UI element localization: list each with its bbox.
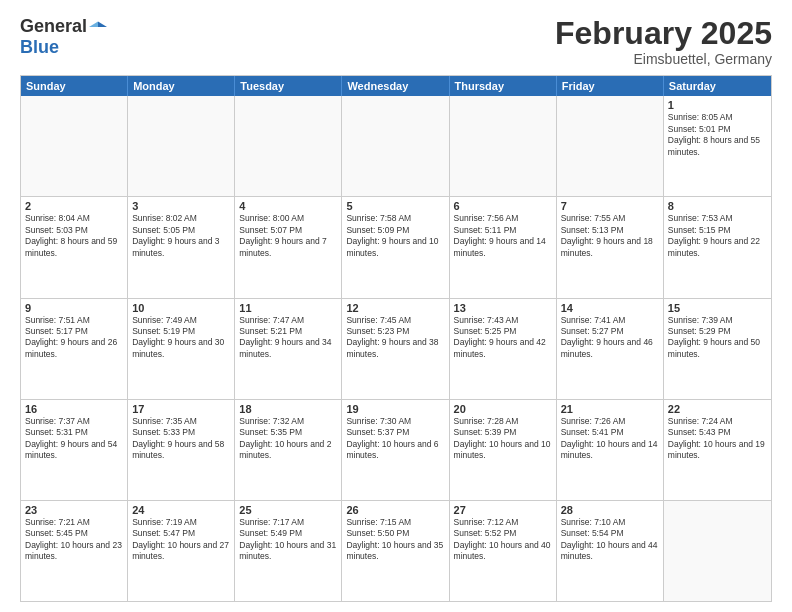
calendar-cell-w1-d7: 1Sunrise: 8:05 AM Sunset: 5:01 PM Daylig… bbox=[664, 96, 771, 196]
header-wednesday: Wednesday bbox=[342, 76, 449, 96]
calendar-body: 1Sunrise: 8:05 AM Sunset: 5:01 PM Daylig… bbox=[21, 96, 771, 601]
day-info-11: Sunrise: 7:47 AM Sunset: 5:21 PM Dayligh… bbox=[239, 315, 337, 361]
logo-blue-text: Blue bbox=[20, 37, 59, 58]
header-monday: Monday bbox=[128, 76, 235, 96]
calendar-week-3: 9Sunrise: 7:51 AM Sunset: 5:17 PM Daylig… bbox=[21, 299, 771, 400]
calendar-cell-w5-d1: 23Sunrise: 7:21 AM Sunset: 5:45 PM Dayli… bbox=[21, 501, 128, 601]
calendar-cell-w1-d4 bbox=[342, 96, 449, 196]
day-info-22: Sunrise: 7:24 AM Sunset: 5:43 PM Dayligh… bbox=[668, 416, 767, 462]
calendar-cell-w2-d5: 6Sunrise: 7:56 AM Sunset: 5:11 PM Daylig… bbox=[450, 197, 557, 297]
calendar-cell-w3-d1: 9Sunrise: 7:51 AM Sunset: 5:17 PM Daylig… bbox=[21, 299, 128, 399]
day-info-9: Sunrise: 7:51 AM Sunset: 5:17 PM Dayligh… bbox=[25, 315, 123, 361]
day-info-24: Sunrise: 7:19 AM Sunset: 5:47 PM Dayligh… bbox=[132, 517, 230, 563]
day-info-20: Sunrise: 7:28 AM Sunset: 5:39 PM Dayligh… bbox=[454, 416, 552, 462]
day-number-17: 17 bbox=[132, 403, 230, 415]
day-number-23: 23 bbox=[25, 504, 123, 516]
day-info-28: Sunrise: 7:10 AM Sunset: 5:54 PM Dayligh… bbox=[561, 517, 659, 563]
day-info-15: Sunrise: 7:39 AM Sunset: 5:29 PM Dayligh… bbox=[668, 315, 767, 361]
calendar-cell-w5-d4: 26Sunrise: 7:15 AM Sunset: 5:50 PM Dayli… bbox=[342, 501, 449, 601]
day-number-6: 6 bbox=[454, 200, 552, 212]
day-info-2: Sunrise: 8:04 AM Sunset: 5:03 PM Dayligh… bbox=[25, 213, 123, 259]
day-number-3: 3 bbox=[132, 200, 230, 212]
day-info-6: Sunrise: 7:56 AM Sunset: 5:11 PM Dayligh… bbox=[454, 213, 552, 259]
calendar-cell-w3-d6: 14Sunrise: 7:41 AM Sunset: 5:27 PM Dayli… bbox=[557, 299, 664, 399]
calendar-cell-w1-d6 bbox=[557, 96, 664, 196]
day-number-20: 20 bbox=[454, 403, 552, 415]
header-saturday: Saturday bbox=[664, 76, 771, 96]
day-number-22: 22 bbox=[668, 403, 767, 415]
day-info-4: Sunrise: 8:00 AM Sunset: 5:07 PM Dayligh… bbox=[239, 213, 337, 259]
calendar-cell-w5-d6: 28Sunrise: 7:10 AM Sunset: 5:54 PM Dayli… bbox=[557, 501, 664, 601]
day-info-27: Sunrise: 7:12 AM Sunset: 5:52 PM Dayligh… bbox=[454, 517, 552, 563]
day-info-17: Sunrise: 7:35 AM Sunset: 5:33 PM Dayligh… bbox=[132, 416, 230, 462]
calendar-cell-w3-d7: 15Sunrise: 7:39 AM Sunset: 5:29 PM Dayli… bbox=[664, 299, 771, 399]
day-info-12: Sunrise: 7:45 AM Sunset: 5:23 PM Dayligh… bbox=[346, 315, 444, 361]
day-info-23: Sunrise: 7:21 AM Sunset: 5:45 PM Dayligh… bbox=[25, 517, 123, 563]
day-info-14: Sunrise: 7:41 AM Sunset: 5:27 PM Dayligh… bbox=[561, 315, 659, 361]
calendar-cell-w2-d1: 2Sunrise: 8:04 AM Sunset: 5:03 PM Daylig… bbox=[21, 197, 128, 297]
day-number-13: 13 bbox=[454, 302, 552, 314]
calendar-week-4: 16Sunrise: 7:37 AM Sunset: 5:31 PM Dayli… bbox=[21, 400, 771, 501]
calendar-cell-w5-d3: 25Sunrise: 7:17 AM Sunset: 5:49 PM Dayli… bbox=[235, 501, 342, 601]
calendar-cell-w2-d7: 8Sunrise: 7:53 AM Sunset: 5:15 PM Daylig… bbox=[664, 197, 771, 297]
header-sunday: Sunday bbox=[21, 76, 128, 96]
header-friday: Friday bbox=[557, 76, 664, 96]
day-info-3: Sunrise: 8:02 AM Sunset: 5:05 PM Dayligh… bbox=[132, 213, 230, 259]
day-number-14: 14 bbox=[561, 302, 659, 314]
day-number-5: 5 bbox=[346, 200, 444, 212]
calendar-cell-w5-d7 bbox=[664, 501, 771, 601]
calendar-cell-w3-d5: 13Sunrise: 7:43 AM Sunset: 5:25 PM Dayli… bbox=[450, 299, 557, 399]
calendar-cell-w1-d3 bbox=[235, 96, 342, 196]
day-number-15: 15 bbox=[668, 302, 767, 314]
calendar-header: Sunday Monday Tuesday Wednesday Thursday… bbox=[21, 76, 771, 96]
calendar-cell-w1-d5 bbox=[450, 96, 557, 196]
day-number-24: 24 bbox=[132, 504, 230, 516]
day-number-19: 19 bbox=[346, 403, 444, 415]
calendar-cell-w4-d1: 16Sunrise: 7:37 AM Sunset: 5:31 PM Dayli… bbox=[21, 400, 128, 500]
day-info-5: Sunrise: 7:58 AM Sunset: 5:09 PM Dayligh… bbox=[346, 213, 444, 259]
day-number-10: 10 bbox=[132, 302, 230, 314]
calendar-cell-w4-d6: 21Sunrise: 7:26 AM Sunset: 5:41 PM Dayli… bbox=[557, 400, 664, 500]
svg-marker-1 bbox=[89, 21, 98, 26]
calendar-cell-w3-d2: 10Sunrise: 7:49 AM Sunset: 5:19 PM Dayli… bbox=[128, 299, 235, 399]
calendar-cell-w2-d2: 3Sunrise: 8:02 AM Sunset: 5:05 PM Daylig… bbox=[128, 197, 235, 297]
calendar-cell-w4-d2: 17Sunrise: 7:35 AM Sunset: 5:33 PM Dayli… bbox=[128, 400, 235, 500]
day-info-18: Sunrise: 7:32 AM Sunset: 5:35 PM Dayligh… bbox=[239, 416, 337, 462]
calendar-cell-w4-d5: 20Sunrise: 7:28 AM Sunset: 5:39 PM Dayli… bbox=[450, 400, 557, 500]
day-number-9: 9 bbox=[25, 302, 123, 314]
page: General Blue February 2025 Eimsbuettel, … bbox=[0, 0, 792, 612]
day-number-7: 7 bbox=[561, 200, 659, 212]
calendar-cell-w2-d6: 7Sunrise: 7:55 AM Sunset: 5:13 PM Daylig… bbox=[557, 197, 664, 297]
calendar-cell-w4-d4: 19Sunrise: 7:30 AM Sunset: 5:37 PM Dayli… bbox=[342, 400, 449, 500]
header-tuesday: Tuesday bbox=[235, 76, 342, 96]
calendar-cell-w3-d4: 12Sunrise: 7:45 AM Sunset: 5:23 PM Dayli… bbox=[342, 299, 449, 399]
day-number-28: 28 bbox=[561, 504, 659, 516]
calendar: Sunday Monday Tuesday Wednesday Thursday… bbox=[20, 75, 772, 602]
calendar-cell-w2-d3: 4Sunrise: 8:00 AM Sunset: 5:07 PM Daylig… bbox=[235, 197, 342, 297]
day-info-16: Sunrise: 7:37 AM Sunset: 5:31 PM Dayligh… bbox=[25, 416, 123, 462]
day-info-13: Sunrise: 7:43 AM Sunset: 5:25 PM Dayligh… bbox=[454, 315, 552, 361]
day-number-8: 8 bbox=[668, 200, 767, 212]
svg-marker-0 bbox=[98, 21, 107, 26]
day-number-1: 1 bbox=[668, 99, 767, 111]
calendar-week-5: 23Sunrise: 7:21 AM Sunset: 5:45 PM Dayli… bbox=[21, 501, 771, 601]
day-info-1: Sunrise: 8:05 AM Sunset: 5:01 PM Dayligh… bbox=[668, 112, 767, 158]
day-number-27: 27 bbox=[454, 504, 552, 516]
day-number-12: 12 bbox=[346, 302, 444, 314]
day-info-26: Sunrise: 7:15 AM Sunset: 5:50 PM Dayligh… bbox=[346, 517, 444, 563]
day-number-4: 4 bbox=[239, 200, 337, 212]
day-info-21: Sunrise: 7:26 AM Sunset: 5:41 PM Dayligh… bbox=[561, 416, 659, 462]
logo-general-text: General bbox=[20, 16, 87, 37]
day-number-25: 25 bbox=[239, 504, 337, 516]
day-info-8: Sunrise: 7:53 AM Sunset: 5:15 PM Dayligh… bbox=[668, 213, 767, 259]
location-subtitle: Eimsbuettel, Germany bbox=[555, 51, 772, 67]
calendar-week-2: 2Sunrise: 8:04 AM Sunset: 5:03 PM Daylig… bbox=[21, 197, 771, 298]
day-number-16: 16 bbox=[25, 403, 123, 415]
calendar-cell-w1-d2 bbox=[128, 96, 235, 196]
day-info-19: Sunrise: 7:30 AM Sunset: 5:37 PM Dayligh… bbox=[346, 416, 444, 462]
header: General Blue February 2025 Eimsbuettel, … bbox=[20, 16, 772, 67]
day-info-7: Sunrise: 7:55 AM Sunset: 5:13 PM Dayligh… bbox=[561, 213, 659, 259]
day-number-18: 18 bbox=[239, 403, 337, 415]
logo: General Blue bbox=[20, 16, 107, 58]
day-number-21: 21 bbox=[561, 403, 659, 415]
